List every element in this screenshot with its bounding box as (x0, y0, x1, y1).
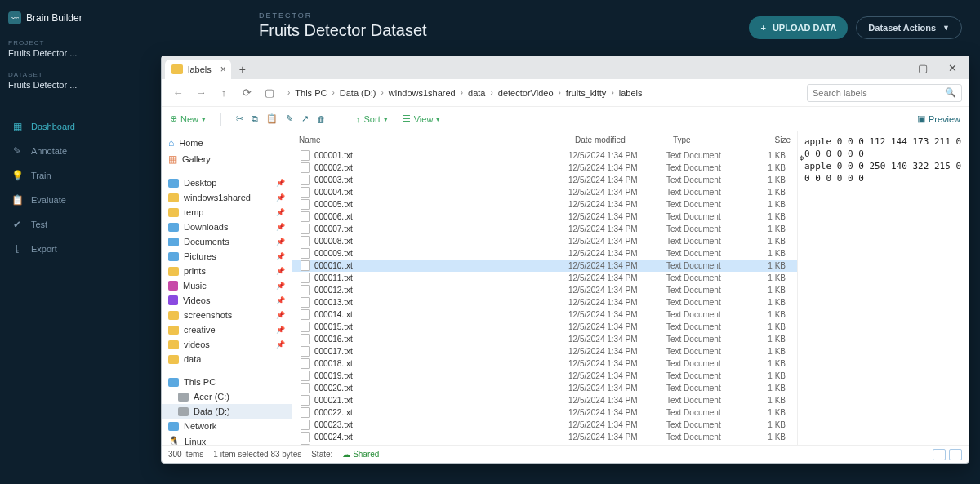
tree-network[interactable]: Network (162, 419, 292, 433)
breadcrumb-segment[interactable]: detectorVideo (497, 87, 555, 100)
breadcrumb-segment[interactable]: windows1shared (387, 87, 457, 100)
new-button[interactable]: ⊕New ▾ (170, 113, 206, 124)
tree-screenshots[interactable]: screenshots📌 (162, 308, 292, 322)
tree-downloads[interactable]: Downloads📌 (162, 220, 292, 234)
tree-winshared[interactable]: windows1shared📌 (162, 190, 292, 205)
breadcrumb-segment[interactable]: Data (D:) (338, 87, 378, 100)
preview-button[interactable]: ▣ Preview (917, 113, 960, 124)
paste-button[interactable]: 📋 (266, 113, 278, 124)
file-row[interactable]: 000005.txt 12/5/2024 1:34 PM Text Docume… (292, 198, 797, 211)
folder-icon (168, 311, 179, 320)
nav-test[interactable]: ✔Test (0, 212, 118, 237)
file-row[interactable]: 000023.txt 12/5/2024 1:34 PM Text Docume… (292, 419, 797, 431)
breadcrumb-segment[interactable]: fruits_kitty (564, 87, 608, 100)
view-icons-button[interactable] (949, 449, 962, 460)
tree-pictures[interactable]: Pictures📌 (162, 249, 292, 264)
tree-data[interactable]: data (162, 352, 292, 366)
tree-videos[interactable]: Videos📌 (162, 293, 292, 308)
rename-button[interactable]: ✎ (286, 113, 293, 124)
nav-annotate[interactable]: ✎Annotate (0, 139, 118, 163)
sort-button[interactable]: ↕Sort ▾ (356, 114, 388, 124)
file-row[interactable]: 000018.txt 12/5/2024 1:34 PM Text Docume… (292, 357, 797, 370)
search-box[interactable]: 🔍 (807, 84, 962, 102)
nav-refresh-button[interactable]: ⟳ (237, 83, 256, 103)
file-row[interactable]: 000021.txt 12/5/2024 1:34 PM Text Docume… (292, 394, 797, 406)
tree-datad[interactable]: Data (D:) (162, 404, 292, 419)
tab-close-icon[interactable]: × (220, 64, 226, 75)
tree-gallery[interactable]: ▦Gallery (162, 151, 292, 167)
tree-desktop[interactable]: Desktop📌 (162, 175, 292, 190)
tree-videos2[interactable]: videos📌 (162, 337, 292, 352)
tree-acer[interactable]: Acer (C:) (162, 389, 292, 404)
file-size: 1 KB (748, 175, 797, 184)
nav-dashboard[interactable]: ▦Dashboard (0, 114, 118, 139)
upload-data-button[interactable]: + UPLOAD DATA (749, 16, 848, 39)
tree-documents[interactable]: Documents📌 (162, 234, 292, 249)
file-row[interactable]: 000003.txt 12/5/2024 1:34 PM Text Docume… (292, 174, 797, 186)
delete-button[interactable]: 🗑 (317, 114, 326, 124)
breadcrumb-segment[interactable]: labels (617, 87, 644, 100)
breadcrumb-segment[interactable]: This PC (293, 87, 328, 100)
nav-export[interactable]: ⭳Export (0, 237, 118, 261)
project-value[interactable]: Fruits Detector ... (0, 48, 118, 66)
file-row[interactable]: 000008.txt 12/5/2024 1:34 PM Text Docume… (292, 235, 797, 247)
search-input[interactable] (813, 88, 940, 98)
file-row[interactable]: 000015.txt 12/5/2024 1:34 PM Text Docume… (292, 321, 797, 333)
file-type: Text Document (666, 273, 748, 282)
tree-home[interactable]: ⌂Home (162, 135, 292, 151)
nav-back-button[interactable]: ← (168, 83, 188, 103)
dataset-value[interactable]: Fruits Detector ... (0, 80, 118, 98)
cut-button[interactable]: ✂ (236, 113, 243, 124)
col-date[interactable]: Date modified (568, 131, 666, 149)
share-button[interactable]: ↗ (301, 113, 309, 124)
breadcrumb-segment[interactable]: data (466, 87, 487, 100)
file-row[interactable]: 000022.txt 12/5/2024 1:34 PM Text Docume… (292, 406, 797, 419)
nav-train[interactable]: 💡Train (0, 163, 118, 188)
explorer-tab-labels[interactable]: labels × (165, 60, 231, 79)
file-row[interactable]: 000016.txt 12/5/2024 1:34 PM Text Docume… (292, 333, 797, 345)
address-breadcrumbs[interactable]: ›This PC›Data (D:)›windows1shared›data›d… (287, 87, 804, 100)
file-row[interactable]: 000010.txt 12/5/2024 1:34 PM Text Docume… (292, 260, 797, 272)
file-row[interactable]: 000004.txt 12/5/2024 1:34 PM Text Docume… (292, 186, 797, 198)
file-row[interactable]: 000019.txt 12/5/2024 1:34 PM Text Docume… (292, 370, 797, 382)
file-row[interactable]: 000017.txt 12/5/2024 1:34 PM Text Docume… (292, 345, 797, 357)
file-row[interactable]: 000001.txt 12/5/2024 1:34 PM Text Docume… (292, 149, 797, 162)
col-size[interactable]: Size (748, 131, 797, 149)
dataset-actions-button[interactable]: Dataset Actions ▼ (856, 16, 962, 39)
copy-button[interactable]: ⧉ (252, 113, 258, 124)
window-maximize-button[interactable]: ▢ (908, 58, 938, 78)
file-row[interactable]: 000009.txt 12/5/2024 1:34 PM Text Docume… (292, 247, 797, 260)
view-details-button[interactable] (933, 449, 946, 460)
nav-forward-button[interactable]: → (191, 83, 211, 103)
file-row[interactable]: 000020.txt 12/5/2024 1:34 PM Text Docume… (292, 382, 797, 394)
file-row[interactable]: 000013.txt 12/5/2024 1:34 PM Text Docume… (292, 296, 797, 309)
view-button[interactable]: ☰View ▾ (403, 113, 441, 124)
app-logo[interactable]: 〰 Brain Builder (0, 7, 118, 34)
tree-thispc[interactable]: This PC (162, 375, 292, 389)
folder-tree[interactable]: ⌂Home ▦Gallery Desktop📌 windows1shared📌 … (162, 131, 292, 445)
tree-music[interactable]: Music📌 (162, 278, 292, 293)
column-headers[interactable]: Name Date modified Type Size (292, 131, 797, 149)
file-row[interactable]: 000007.txt 12/5/2024 1:34 PM Text Docume… (292, 223, 797, 235)
nav-evaluate[interactable]: 📋Evaluate (0, 188, 118, 212)
window-close-button[interactable]: ✕ (938, 58, 967, 78)
chevron-right-icon: › (490, 88, 492, 97)
file-size: 1 KB (748, 151, 797, 160)
window-minimize-button[interactable]: — (879, 58, 908, 78)
file-row[interactable]: 000024.txt 12/5/2024 1:34 PM Text Docume… (292, 431, 797, 443)
col-name[interactable]: Name (292, 131, 568, 149)
tree-creative[interactable]: creative📌 (162, 322, 292, 337)
new-tab-button[interactable]: + (233, 63, 252, 79)
col-type[interactable]: Type (666, 131, 748, 149)
more-button[interactable]: ⋯ (455, 113, 464, 124)
tree-linux[interactable]: 🐧Linux (162, 433, 292, 445)
file-type: Text Document (666, 163, 748, 172)
file-row[interactable]: 000011.txt 12/5/2024 1:34 PM Text Docume… (292, 272, 797, 284)
file-row[interactable]: 000006.txt 12/5/2024 1:34 PM Text Docume… (292, 211, 797, 223)
nav-up-button[interactable]: ↑ (214, 83, 234, 103)
tree-prints[interactable]: prints📌 (162, 264, 292, 278)
file-row[interactable]: 000002.txt 12/5/2024 1:34 PM Text Docume… (292, 162, 797, 174)
file-row[interactable]: 000014.txt 12/5/2024 1:34 PM Text Docume… (292, 309, 797, 321)
file-row[interactable]: 000012.txt 12/5/2024 1:34 PM Text Docume… (292, 284, 797, 296)
tree-temp[interactable]: temp📌 (162, 205, 292, 220)
